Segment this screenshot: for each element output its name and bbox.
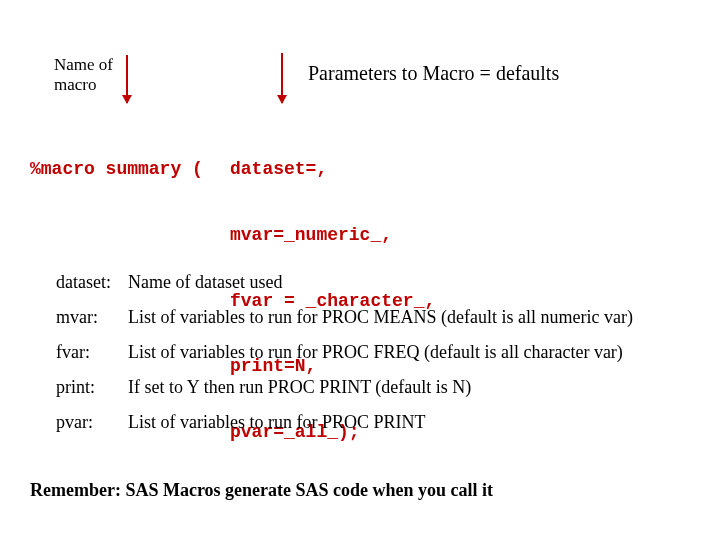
definitions-list: dataset: Name of dataset used mvar: List… [56,272,690,447]
definition-term: pvar: [56,412,128,433]
definition-desc: List of variables to run for PROC MEANS … [128,307,690,328]
definition-term: fvar: [56,342,128,363]
annotation-name-of-macro: Name of macro [54,55,134,94]
footer-note: Remember: SAS Macros generate SAS code w… [30,480,493,501]
macro-declaration: %macro summary ( [30,159,230,181]
definition-row: print: If set to Y then run PROC PRINT (… [56,377,690,398]
arrow-icon [281,53,283,103]
definition-term: mvar: [56,307,128,328]
definition-desc: If set to Y then run PROC PRINT (default… [128,377,690,398]
macro-param: dataset=, [230,159,327,181]
definition-desc: Name of dataset used [128,272,690,293]
slide: Name of macro Parameters to Macro = defa… [0,0,720,540]
definition-desc: List of variables to run for PROC FREQ (… [128,342,690,363]
macro-param: mvar=_numeric_, [230,225,392,247]
arrow-icon [126,55,128,103]
definition-term: dataset: [56,272,128,293]
definition-row: pvar: List of variables to run for PROC … [56,412,690,433]
definition-desc: List of variables to run for PROC PRINT [128,412,690,433]
definition-term: print: [56,377,128,398]
annotation-params-defaults: Parameters to Macro = defaults [308,62,559,85]
definition-row: dataset: Name of dataset used [56,272,690,293]
definition-row: fvar: List of variables to run for PROC … [56,342,690,363]
definition-row: mvar: List of variables to run for PROC … [56,307,690,328]
